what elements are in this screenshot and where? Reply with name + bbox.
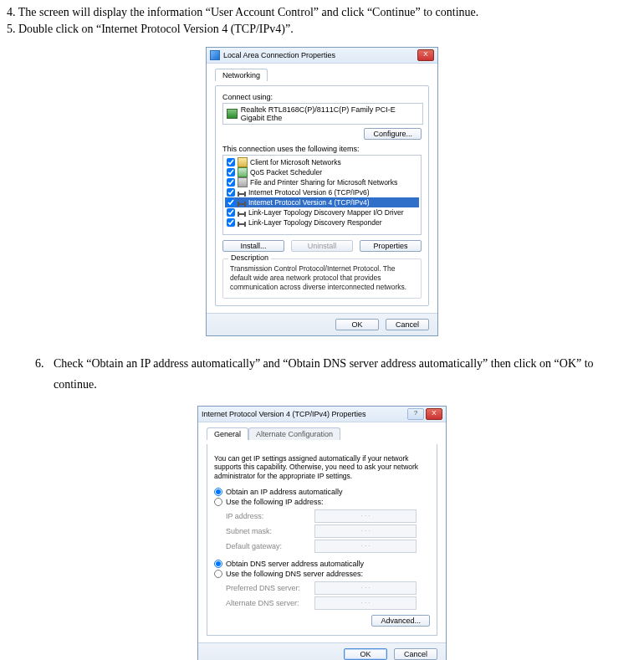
ic-share-icon: [238, 177, 248, 187]
ipv4-properties-dialog: Internet Protocol Version 4 (TCP/IPv4) P…: [197, 406, 447, 660]
instruction-text-2: Check “Obtain an IP address automaticall…: [7, 353, 637, 395]
radio-use-dns[interactable]: [214, 570, 222, 578]
window-title: Internet Protocol Version 4 (TCP/IPv4) P…: [202, 410, 366, 418]
step-4: 4. The screen will display the informati…: [7, 5, 637, 20]
description-title: Description: [228, 253, 271, 262]
ic-proto-icon: [238, 223, 246, 225]
connection-item[interactable]: Internet Protocol Version 6 (TCP/IPv6): [225, 187, 419, 197]
title-bar[interactable]: Internet Protocol Version 4 (TCP/IPv4) P…: [198, 407, 446, 422]
item-checkbox[interactable]: [227, 218, 235, 227]
alternate-dns-field: . . .: [314, 596, 417, 610]
ic-proto-icon: [238, 203, 246, 205]
adapter-field[interactable]: Realtek RTL8168C(P)/8111C(P) Family PCI-…: [222, 103, 423, 125]
step-6: Check “Obtain an IP address automaticall…: [47, 353, 637, 395]
item-checkbox[interactable]: [227, 198, 235, 207]
window-title: Local Area Connection Properties: [223, 51, 335, 59]
items-label: This connection uses the following items…: [222, 145, 422, 153]
tab-alt-config[interactable]: Alternate Configuration: [248, 427, 340, 440]
item-label: Internet Protocol Version 4 (TCP/IPv4): [248, 197, 370, 207]
description-group: Description Transmission Control Protoco…: [222, 258, 422, 299]
radio-use-dns-label: Use the following DNS server addresses:: [226, 570, 363, 578]
item-checkbox[interactable]: [227, 208, 235, 217]
subnet-mask-label: Subnet mask:: [226, 527, 309, 535]
connection-item[interactable]: Link-Layer Topology Discovery Mapper I/O…: [225, 207, 419, 217]
subnet-mask-field: . . .: [314, 524, 417, 538]
ok-button[interactable]: OK: [335, 319, 379, 330]
ip-address-field: . . .: [314, 509, 417, 523]
close-button[interactable]: X: [417, 49, 434, 61]
radio-use-ip[interactable]: [214, 498, 222, 506]
item-checkbox[interactable]: [227, 188, 235, 197]
install-button[interactable]: Install...: [222, 240, 284, 252]
tab-networking[interactable]: Networking: [215, 69, 268, 81]
connect-using-label: Connect using:: [222, 93, 422, 101]
cancel-button[interactable]: Cancel: [394, 648, 437, 660]
close-button[interactable]: X: [426, 408, 442, 420]
configure-button[interactable]: Configure...: [364, 128, 422, 140]
item-checkbox[interactable]: [227, 168, 235, 177]
item-label: Internet Protocol Version 6 (TCP/IPv6): [248, 187, 370, 197]
uninstall-button: Uninstall: [291, 240, 353, 252]
ic-proto-icon: [238, 193, 246, 195]
window-icon: [210, 50, 220, 60]
step-5: 5. Double click on “Internet Protocol Ve…: [7, 22, 637, 37]
item-checkbox[interactable]: [227, 158, 235, 166]
tab-general[interactable]: General: [207, 427, 248, 440]
radio-auto-ip[interactable]: [214, 488, 222, 496]
preferred-dns-label: Preferred DNS server:: [226, 584, 309, 592]
item-label: Link-Layer Topology Discovery Responder: [248, 217, 382, 228]
help-button[interactable]: ?: [407, 408, 424, 420]
ic-sched-icon: [238, 167, 248, 177]
radio-use-ip-label: Use the following IP address:: [226, 498, 323, 506]
radio-auto-dns-label: Obtain DNS server address automatically: [226, 560, 364, 568]
alternate-dns-label: Alternate DNS server:: [226, 599, 309, 607]
lan-properties-dialog: Local Area Connection Properties X Netwo…: [206, 47, 438, 336]
connection-item[interactable]: File and Printer Sharing for Microsoft N…: [225, 177, 419, 187]
description-text: Transmission Control Protocol/Internet P…: [230, 264, 414, 291]
connection-items-list[interactable]: Client for Microsoft NetworksQoS Packet …: [222, 155, 422, 235]
item-label: Client for Microsoft Networks: [250, 157, 341, 167]
advanced-button[interactable]: Advanced...: [371, 615, 430, 627]
title-bar[interactable]: Local Area Connection Properties X: [207, 48, 437, 64]
connection-item[interactable]: Internet Protocol Version 4 (TCP/IPv4): [225, 197, 419, 207]
ic-client-icon: [238, 157, 248, 167]
intro-text: You can get IP settings assigned automat…: [214, 454, 430, 481]
connection-item[interactable]: Link-Layer Topology Discovery Responder: [225, 217, 419, 228]
ok-button[interactable]: OK: [344, 648, 387, 660]
connection-item[interactable]: QoS Packet Scheduler: [225, 167, 419, 177]
cancel-button[interactable]: Cancel: [386, 319, 429, 330]
connection-item[interactable]: Client for Microsoft Networks: [225, 157, 419, 167]
properties-button[interactable]: Properties: [360, 240, 422, 252]
default-gateway-label: Default gateway:: [226, 542, 309, 550]
radio-auto-dns[interactable]: [214, 560, 222, 568]
instruction-text: 4. The screen will display the informati…: [7, 5, 637, 37]
preferred-dns-field: . . .: [314, 581, 417, 595]
item-label: Link-Layer Topology Discovery Mapper I/O…: [248, 207, 404, 217]
ic-proto-icon: [238, 213, 246, 215]
adapter-name: Realtek RTL8168C(P)/8111C(P) Family PCI-…: [241, 105, 419, 122]
item-checkbox[interactable]: [227, 178, 235, 187]
item-label: QoS Packet Scheduler: [250, 167, 322, 177]
item-label: File and Printer Sharing for Microsoft N…: [250, 177, 397, 187]
ip-address-label: IP address:: [226, 512, 309, 520]
radio-auto-ip-label: Obtain an IP address automatically: [226, 488, 342, 496]
nic-icon: [227, 109, 238, 119]
default-gateway-field: . . .: [314, 540, 417, 553]
